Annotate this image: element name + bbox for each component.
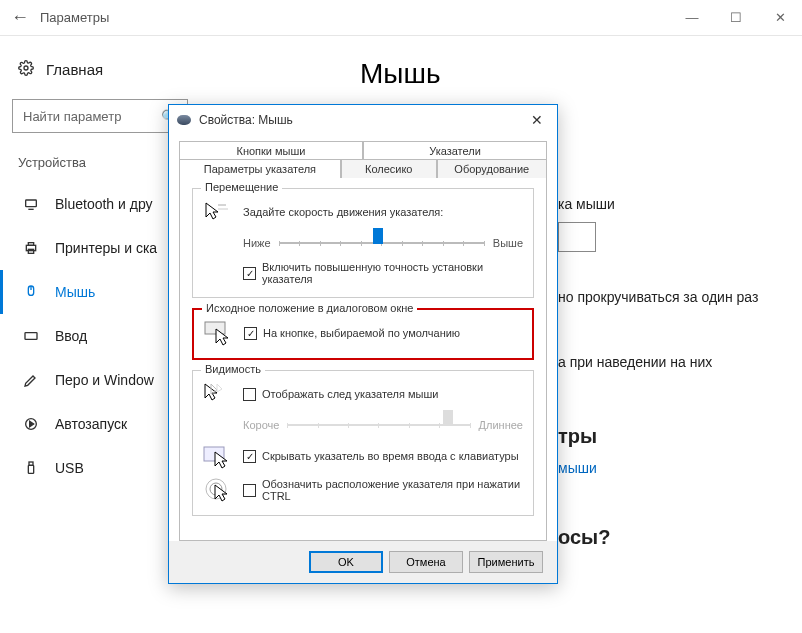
peek-text: а при наведении на них <box>558 354 712 370</box>
peek-dropdown[interactable] <box>558 222 596 252</box>
ctrl-locate-label: Обозначить расположение указателя при на… <box>262 478 522 502</box>
close-button[interactable]: ✕ <box>758 0 802 36</box>
group-motion-legend: Перемещение <box>201 181 282 193</box>
cancel-button[interactable]: Отмена <box>389 551 463 573</box>
svg-rect-15 <box>28 465 33 473</box>
pointer-trail-icon <box>203 381 233 407</box>
tab-wheel[interactable]: Колесико <box>341 159 437 178</box>
peek-text: но прокручиваться за один раз <box>558 289 758 305</box>
mouse-properties-dialog: Свойства: Мышь ✕ Кнопки мыши Указатели П… <box>168 104 558 584</box>
trail-length-slider <box>287 415 470 435</box>
dialog-tabs: Кнопки мыши Указатели Параметры указател… <box>169 135 557 541</box>
group-visibility-legend: Видимость <box>201 363 265 375</box>
back-button[interactable]: ← <box>0 7 40 28</box>
tab-hardware[interactable]: Оборудование <box>437 159 547 178</box>
home-link[interactable]: Главная <box>0 54 200 85</box>
peek-link[interactable]: мыши <box>558 460 597 476</box>
svg-rect-18 <box>205 322 225 334</box>
svg-point-0 <box>24 66 28 70</box>
ctrl-locate-icon <box>203 477 233 503</box>
pointer-trail-checkbox[interactable] <box>243 388 256 401</box>
enhance-precision-checkbox[interactable]: ✓ <box>243 267 256 280</box>
group-snap-to: Исходное положение в диалоговом окне ✓ Н… <box>192 308 534 360</box>
tab-pointer-options[interactable]: Параметры указателя <box>179 159 341 178</box>
page-title: Мышь <box>360 58 441 90</box>
group-visibility: Видимость Отображать след указателя мыши… <box>192 370 534 516</box>
group-motion: Перемещение Задайте скорость движения ук… <box>192 188 534 298</box>
snap-to-label: На кнопке, выбираемой по умолчанию <box>263 327 460 339</box>
snap-to-icon <box>204 320 234 346</box>
dialog-title: Свойства: Мышь <box>199 113 293 127</box>
svg-marker-13 <box>30 421 34 426</box>
snap-to-checkbox[interactable]: ✓ <box>244 327 257 340</box>
home-label: Главная <box>46 61 103 78</box>
bluetooth-icon <box>21 196 41 212</box>
hide-typing-checkbox[interactable]: ✓ <box>243 450 256 463</box>
mouse-dialog-icon <box>177 115 191 125</box>
mouse-icon <box>21 284 41 300</box>
window-titlebar: ← Параметры — ☐ ✕ <box>0 0 802 36</box>
tab-pointers[interactable]: Указатели <box>363 141 547 160</box>
trail-long-label: Длиннее <box>479 419 523 431</box>
search-placeholder: Найти параметр <box>23 109 121 124</box>
apply-button[interactable]: Применить <box>469 551 543 573</box>
pointer-trail-label: Отображать след указателя мыши <box>262 388 438 400</box>
maximize-button[interactable]: ☐ <box>714 0 758 36</box>
minimize-button[interactable]: — <box>670 0 714 36</box>
cursor-speed-icon <box>203 199 233 225</box>
tab-buttons[interactable]: Кнопки мыши <box>179 141 363 160</box>
dialog-titlebar[interactable]: Свойства: Мышь ✕ <box>169 105 557 135</box>
dialog-button-row: OK Отмена Применить <box>169 541 557 583</box>
trail-short-label: Короче <box>243 419 279 431</box>
usb-icon <box>21 460 41 476</box>
pointer-speed-slider[interactable] <box>279 233 485 253</box>
search-input[interactable]: Найти параметр 🔍 <box>12 99 188 133</box>
printer-icon <box>21 240 41 256</box>
pen-icon <box>21 372 41 388</box>
peek-heading: осы? <box>558 526 610 549</box>
peek-text: ка мыши <box>558 196 615 212</box>
hide-typing-icon <box>203 443 233 469</box>
speed-fast-label: Выше <box>493 237 523 249</box>
tab-content: Перемещение Задайте скорость движения ук… <box>179 177 547 541</box>
hide-typing-label: Скрывать указатель во время ввода с клав… <box>262 450 519 462</box>
enhance-precision-label: Включить повышенную точность установки у… <box>262 261 523 285</box>
group-snap-legend: Исходное положение в диалоговом окне <box>202 302 417 314</box>
ctrl-locate-checkbox[interactable] <box>243 484 256 497</box>
keyboard-icon <box>21 328 41 344</box>
dialog-close-button[interactable]: ✕ <box>525 112 549 128</box>
svg-rect-1 <box>26 200 37 207</box>
svg-rect-4 <box>28 243 33 246</box>
speed-slow-label: Ниже <box>243 237 271 249</box>
speed-instruction: Задайте скорость движения указателя: <box>243 206 443 218</box>
peek-heading: тры <box>558 425 597 448</box>
autoplay-icon <box>21 416 41 432</box>
window-title: Параметры <box>40 10 670 25</box>
svg-rect-8 <box>25 333 37 340</box>
gear-icon <box>18 60 34 79</box>
ok-button[interactable]: OK <box>309 551 383 573</box>
